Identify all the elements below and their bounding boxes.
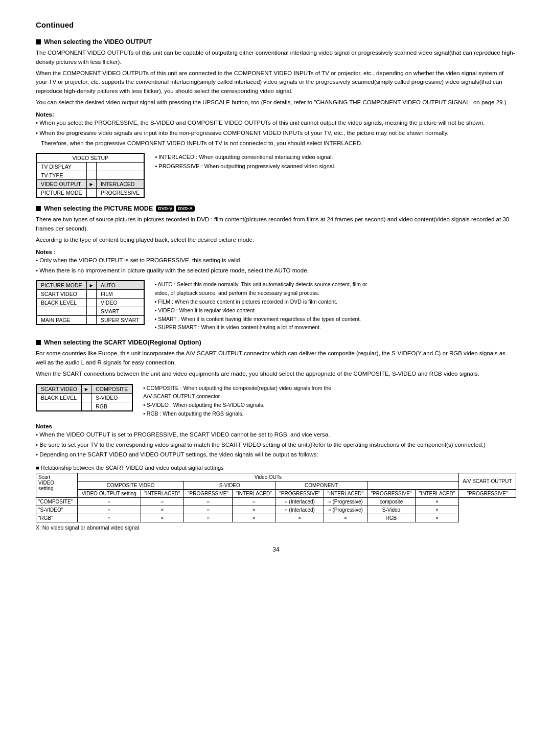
pm-menu-area: PICTURE MODE ► AUTO SCART VIDEO FILM BLA… xyxy=(36,280,516,332)
dvd-badges: DVD-V DVD-A xyxy=(156,205,195,212)
scart-notes-title: Notes xyxy=(36,423,516,429)
scart-video-header: ScartVIDEOsetting xyxy=(36,473,78,498)
r3-comp-int: × xyxy=(275,514,324,522)
vo-row4-label: PICTURE MODE xyxy=(37,189,87,197)
composite-video-header: COMPOSITE VIDEO xyxy=(78,482,184,490)
scart-bullet-1: For some countries like Europe, this uni… xyxy=(36,349,516,368)
scart-row3-label xyxy=(37,402,82,410)
scart-square-icon xyxy=(36,340,41,345)
pm-title: When selecting the PICTURE MODE DVD-V DV… xyxy=(36,205,516,212)
sv-int-header: "INTERLACED" xyxy=(232,490,275,498)
table-row: "RGB" ○ × ○ × × × RGB × xyxy=(36,514,516,522)
vo-menu-area: VIDEO SETUP TV DISPLAY TV TYPE VIDEO OUT… xyxy=(36,153,516,198)
pm-row4-value: SMART xyxy=(96,307,144,316)
pm-note-2: When there is no improvement in picture … xyxy=(36,266,516,276)
scart-menu-note-3: • RGB : When outputting the RGB signals. xyxy=(143,409,337,418)
r1-av-prog: × xyxy=(416,498,459,506)
pm-row3-label: BLACK LEVEL xyxy=(37,299,87,307)
cv-int-header: "INTERLACED" xyxy=(141,490,184,498)
dvdv-badge: DVD-V xyxy=(156,205,174,212)
page-number: 34 xyxy=(36,546,516,553)
scart-note-2: Be sure to set your TV to the correspond… xyxy=(36,441,516,450)
pm-menu-note-3: • VIDEO : When it is regular video conte… xyxy=(155,306,380,315)
r1-comp-prog: ○ (Progressive) xyxy=(324,498,367,506)
vo-menu-box: VIDEO SETUP TV DISPLAY TV TYPE VIDEO OUT… xyxy=(36,153,145,198)
r1-sv-int: ○ xyxy=(184,498,233,506)
r2-comp-int: ○ (Interlaced) xyxy=(275,506,324,514)
table-row: "COMPOSITE" ○ ○ ○ ○ ○ (Interlaced) ○ (Pr… xyxy=(36,498,516,506)
r2-sv-int: ○ xyxy=(184,506,233,514)
pm-row3-value: VIDEO xyxy=(96,299,144,307)
page-title: Continued xyxy=(36,20,516,29)
pm-bullet-1: There are two types of source pictures i… xyxy=(36,215,516,234)
section-square-icon xyxy=(36,39,41,44)
vo-menu-note-2: • PROGRESSIVE : When outputting progress… xyxy=(155,162,335,171)
comp-prog-header: "PROGRESSIVE" xyxy=(367,490,416,498)
r3-sv-prog: × xyxy=(232,514,275,522)
vo-row4-value: PROGRESSIVE xyxy=(96,189,144,197)
scart-row2-value: S-VIDEO xyxy=(91,393,132,402)
sv-prog-header: "PROGRESSIVE" xyxy=(275,490,324,498)
scart-menu-box: SCART VIDEO ► COMPOSITE BLACK LEVEL S-VI… xyxy=(36,384,133,411)
r2-av-int: S-Video xyxy=(367,506,416,514)
scart-menu-area: SCART VIDEO ► COMPOSITE BLACK LEVEL S-VI… xyxy=(36,384,516,418)
r1-sv-prog: ○ xyxy=(232,498,275,506)
scart-menu-notes: • COMPOSITE : When outputting the compos… xyxy=(143,384,337,418)
av-int-header: "INTERLACED" xyxy=(416,490,459,498)
vo-row3-label: VIDEO OUTPUT xyxy=(37,180,87,189)
r3-sv-int: ○ xyxy=(184,514,233,522)
rel-table-caption: ■ Relationship between the SCART VIDEO a… xyxy=(36,465,516,471)
pm-square-icon xyxy=(36,206,41,211)
vo-menu-header: VIDEO SETUP xyxy=(37,154,144,163)
vo-note-2: When the progressive video signals are i… xyxy=(36,129,516,138)
pm-bullet-2: According to the type of content being p… xyxy=(36,236,516,245)
r3-av-prog: × xyxy=(416,514,459,522)
pm-row2-label: SCART VIDEO xyxy=(37,290,87,299)
vo-menu-notes: • INTERLACED : When outputting conventio… xyxy=(155,153,335,171)
scart-note-1: When the VIDEO OUTPUT is set to PROGRESS… xyxy=(36,430,516,440)
pm-menu-note-2: • FILM : When the source content in pict… xyxy=(155,297,380,306)
relationship-table-section: ■ Relationship between the SCART VIDEO a… xyxy=(36,465,516,531)
av-prog-header: "PROGRESSIVE" xyxy=(458,490,516,498)
r2-cv-prog: × xyxy=(141,506,184,514)
component-header: COMPONENT xyxy=(275,482,367,490)
r1-cv-int: ○ xyxy=(78,498,141,506)
pm-row1-value: AUTO xyxy=(96,281,144,290)
r1-av-int: composite xyxy=(367,498,416,506)
r3-cv-int: ○ xyxy=(78,514,141,522)
vo-row3-value: INTERLACED xyxy=(96,180,144,189)
picture-mode-section: When selecting the PICTURE MODE DVD-V DV… xyxy=(36,205,516,332)
pm-row5-label: MAIN PAGE xyxy=(37,316,87,325)
pm-row5-value: SUPER SMART xyxy=(96,316,144,325)
vo-bullet-2: When the COMPONENT VIDEO OUTPUTs of this… xyxy=(36,69,516,96)
vo-note-3: Therefore, when the progressive COMPONEN… xyxy=(36,139,516,148)
scart-row3-value: RGB xyxy=(91,402,132,410)
pm-menu-note-1: • AUTO : Select this mode normally. This… xyxy=(155,280,380,297)
cv-prog-header: "PROGRESSIVE" xyxy=(184,490,233,498)
x-note: X: No video signal or abnormal video sig… xyxy=(36,524,516,531)
r3-comp-prog: × xyxy=(324,514,367,522)
r2-av-prog: × xyxy=(416,506,459,514)
r2-sv-prog: × xyxy=(232,506,275,514)
scart-row1-value: COMPOSITE xyxy=(91,384,132,393)
pm-menu-notes: • AUTO : Select this mode normally. This… xyxy=(155,280,380,332)
row3-setting: "RGB" xyxy=(36,514,78,522)
svideo-header: S-VIDEO xyxy=(184,482,275,490)
video-outs-header: Video OUTs xyxy=(78,473,459,482)
scart-note-3: Depending on the SCART VIDEO and VIDEO O… xyxy=(36,450,516,460)
r1-cv-prog: ○ xyxy=(141,498,184,506)
video-output-section: When selecting the VIDEO OUTPUT The COMP… xyxy=(36,38,516,198)
row1-setting: "COMPOSITE" xyxy=(36,498,78,506)
video-output-title: When selecting the VIDEO OUTPUT xyxy=(36,38,516,45)
scart-bullet-2: When the SCART connections between the u… xyxy=(36,370,516,379)
scart-row2-label: BLACK LEVEL xyxy=(37,393,82,402)
pm-note-1: Only when the VIDEO OUTPUT is set to PRO… xyxy=(36,256,516,265)
vo-note-1: When you select the PROGRESSIVE, the S-V… xyxy=(36,119,516,128)
pm-menu-box: PICTURE MODE ► AUTO SCART VIDEO FILM BLA… xyxy=(36,280,145,325)
scart-row1-label: SCART VIDEO xyxy=(37,384,82,393)
pm-row2-value: FILM xyxy=(96,290,144,299)
vo-bullet-1: The COMPONENT VIDEO OUTPUTs of this unit… xyxy=(36,49,516,67)
pm-menu-note-4: • SMART : When it is content having litt… xyxy=(155,315,380,324)
pm-row4-label xyxy=(37,307,87,316)
vo-menu-note-1: • INTERLACED : When outputting conventio… xyxy=(155,153,335,162)
